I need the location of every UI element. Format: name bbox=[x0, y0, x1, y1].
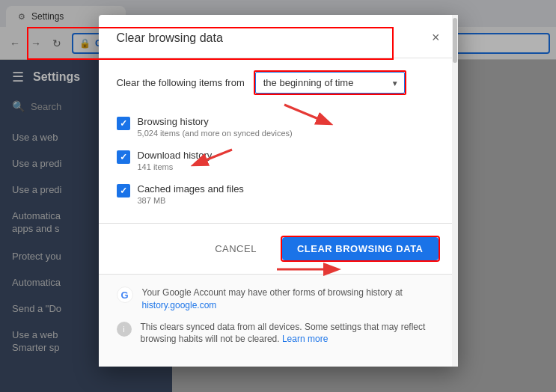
sync-info-text: This clears synced data from all devices… bbox=[141, 321, 440, 346]
time-select-red-box: the beginning of time the past hour the … bbox=[254, 70, 406, 95]
modal-footer: CANCEL CLEAR BROWSING DATA bbox=[99, 223, 458, 274]
google-account-info-row: G Your Google Account may have other for… bbox=[117, 287, 440, 312]
checkbox-list: ✓ Browsing history 5,024 items (and more… bbox=[117, 110, 440, 211]
browsing-history-text: Browsing history 5,024 items (and more o… bbox=[138, 116, 293, 138]
sync-info-row: i This clears synced data from all devic… bbox=[117, 321, 440, 346]
time-range-select[interactable]: the beginning of time the past hour the … bbox=[255, 72, 405, 94]
checkmark-browsing: ✓ bbox=[120, 118, 127, 129]
clear-browsing-data-button[interactable]: CLEAR BROWSING DATA bbox=[282, 237, 439, 260]
modal-body: Clear the following items from the begin… bbox=[99, 58, 458, 223]
checkbox-download-history-box[interactable]: ✓ bbox=[117, 150, 130, 164]
browsing-history-sub: 5,024 items (and more on synced devices) bbox=[138, 129, 293, 138]
checkbox-cached-files-box[interactable]: ✓ bbox=[117, 184, 130, 197]
checkbox-browsing-history: ✓ Browsing history 5,024 items (and more… bbox=[117, 110, 440, 144]
download-history-text: Download history 141 items bbox=[138, 150, 213, 171]
checkbox-browsing-history-box[interactable]: ✓ bbox=[117, 117, 130, 130]
scroll-thumb bbox=[453, 18, 457, 63]
modal-title: Clear browsing data bbox=[117, 31, 223, 45]
checkmark-cached: ✓ bbox=[120, 186, 127, 196]
google-account-info-text: Your Google Account may have other forms… bbox=[142, 287, 440, 312]
cached-files-label: Cached images and files bbox=[138, 183, 244, 195]
info-section: G Your Google Account may have other for… bbox=[99, 274, 458, 367]
modal-scrollbar[interactable] bbox=[452, 15, 458, 367]
cached-files-sub: 387 MB bbox=[138, 196, 244, 205]
download-history-label: Download history bbox=[138, 150, 213, 161]
time-row: Clear the following items from the begin… bbox=[117, 70, 440, 95]
clear-browsing-data-modal: Clear browsing data × Clear the followin… bbox=[99, 15, 458, 367]
modal-overlay: Clear browsing data × Clear the followin… bbox=[0, 0, 556, 392]
time-label: Clear the following items from bbox=[117, 77, 245, 88]
checkbox-download-history: ✓ Download history 141 items bbox=[117, 144, 440, 177]
clear-button-wrapper: CLEAR BROWSING DATA bbox=[281, 236, 440, 262]
download-history-sub: 141 items bbox=[138, 162, 213, 171]
info-icon: i bbox=[117, 322, 132, 337]
modal-close-button[interactable]: × bbox=[432, 30, 440, 46]
chrome-frame: ⚙ Settings × ← → ↻ 🔒 Chrome | chrome://s… bbox=[0, 0, 556, 392]
time-select-wrapper: the beginning of time the past hour the … bbox=[255, 72, 405, 94]
cached-files-text: Cached images and files 387 MB bbox=[138, 183, 244, 205]
cancel-button[interactable]: CANCEL bbox=[203, 237, 269, 260]
learn-more-link[interactable]: Learn more bbox=[282, 334, 328, 344]
history-google-link[interactable]: history.google.com bbox=[142, 300, 217, 310]
checkmark-download: ✓ bbox=[120, 152, 127, 162]
google-icon: G bbox=[117, 287, 133, 303]
modal-header: Clear browsing data × bbox=[99, 15, 458, 58]
browsing-history-label: Browsing history bbox=[138, 116, 293, 127]
checkbox-cached-files: ✓ Cached images and files 387 MB bbox=[117, 177, 440, 211]
